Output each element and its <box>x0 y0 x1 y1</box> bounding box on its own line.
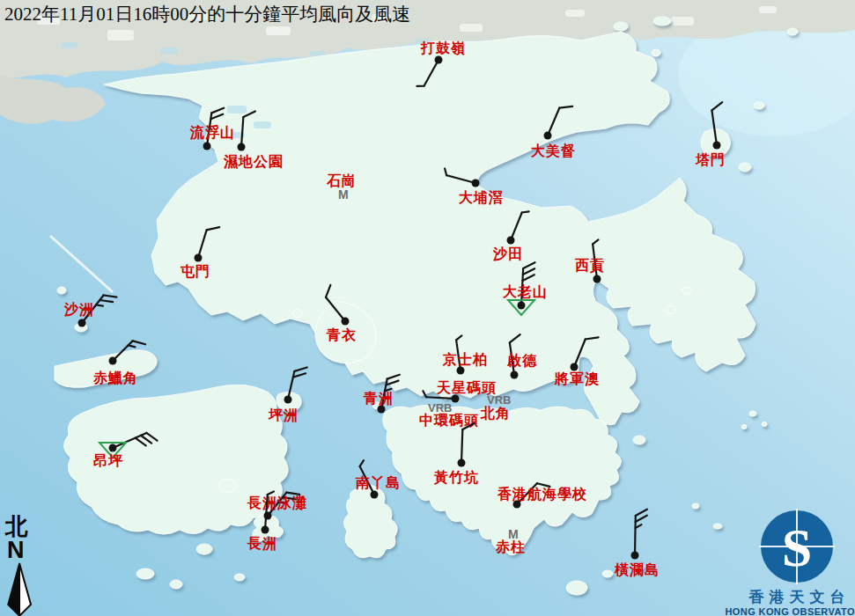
station-dot <box>458 459 466 467</box>
station-dot <box>518 302 526 310</box>
station-dot <box>284 396 292 404</box>
station-label: 濕地公園 <box>223 154 284 170</box>
land-ma-wan <box>293 309 302 318</box>
station-dot <box>435 56 443 64</box>
variable-wind-marker: VRB <box>487 393 511 407</box>
station-dot <box>378 406 386 414</box>
station-dot <box>203 143 211 150</box>
station-label: 南丫島 <box>355 475 401 490</box>
station-dot <box>371 491 379 499</box>
missing-data-marker: M <box>338 187 349 202</box>
station-label: 長洲泳灘 <box>247 495 307 510</box>
station-dot <box>342 318 350 326</box>
station-label: 塔門 <box>695 152 726 167</box>
hko-logo-monogram: S <box>782 517 812 577</box>
station-label: 赤鱲角 <box>92 370 138 385</box>
station-dot <box>713 142 721 150</box>
station-label: 京士柏 <box>442 351 488 367</box>
station-dot <box>507 237 515 245</box>
station-dot <box>109 444 117 452</box>
hong-kong-wind-map: 流浮山濕地公園打鼓嶺M石崗大埔滘大美督塔門沙田西貢屯門沙洲赤鱲角青衣坪洲青洲大老… <box>0 0 855 616</box>
station-dot <box>571 363 579 371</box>
station-dot <box>262 526 269 534</box>
station-dot <box>457 367 465 375</box>
station-label: 青洲 <box>363 391 394 406</box>
station-dot <box>452 395 460 403</box>
wind-barb-half <box>522 211 529 212</box>
map-title: 2022年11月01日16時00分的十分鐘平均風向及風速 <box>4 2 533 26</box>
station-label: 青衣 <box>326 327 357 342</box>
station-dot <box>78 319 86 327</box>
wind-map-screen: 流浮山濕地公園打鼓嶺M石崗大埔滘大美督塔門沙田西貢屯門沙洲赤鱲角青衣坪洲青洲大老… <box>0 0 855 616</box>
station-label: 將軍澳 <box>554 371 600 386</box>
station-label: 赤柱 <box>495 539 526 554</box>
station-label: 西貢 <box>574 258 605 274</box>
station-label: 坪洲 <box>268 407 299 422</box>
hko-logo-chinese: 香港天文台 <box>748 589 851 605</box>
compass-north-letter: N <box>7 537 25 563</box>
station-dot <box>631 552 639 560</box>
station-label: 沙洲 <box>63 302 94 317</box>
station-dot <box>195 254 203 262</box>
compass-north-chinese: 北 <box>4 514 28 539</box>
station-dot <box>109 357 117 365</box>
wind-staff <box>461 429 462 463</box>
station-dot <box>593 275 601 283</box>
hko-logo-english: HONG KONG OBSERVATORY <box>725 606 855 616</box>
station-label: 流浮山 <box>189 124 235 140</box>
station-label: 昂坪 <box>93 453 123 468</box>
wind-barb-half <box>96 305 103 306</box>
station-dot <box>544 132 552 140</box>
station-dot <box>511 371 519 379</box>
station-label: 黃竹坑 <box>433 470 479 485</box>
station-label: 沙田 <box>492 246 523 261</box>
station-label: 長洲 <box>247 536 277 551</box>
station-label: 大老山 <box>503 284 548 299</box>
station-label: 啟德 <box>506 353 537 368</box>
station-label: 大埔滘 <box>459 189 504 205</box>
station-label: 香港航海學校 <box>497 486 587 502</box>
station-label: 屯門 <box>180 264 210 279</box>
station-dot <box>238 143 246 151</box>
station-dot <box>472 180 480 187</box>
station-label: 打鼓嶺 <box>420 40 466 55</box>
station-label: 大美督 <box>531 143 576 158</box>
station-label: 石崗 <box>326 173 357 188</box>
station-label: 北角 <box>480 406 511 421</box>
station-label: 橫瀾島 <box>614 562 660 577</box>
